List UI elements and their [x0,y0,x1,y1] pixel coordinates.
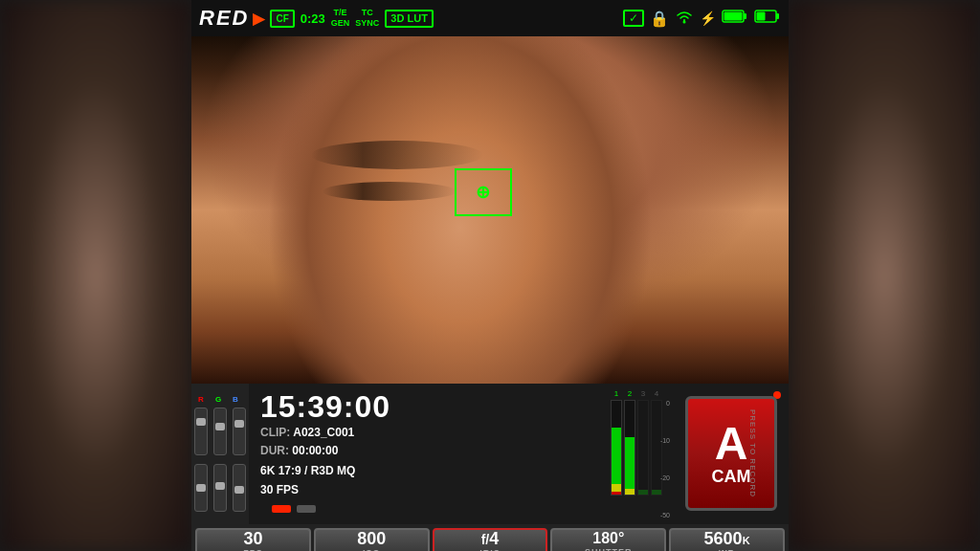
check-icon: ✓ [623,10,644,27]
bg-right [789,0,980,551]
scale-20: -20 [651,474,670,481]
knob-labels: R G B [194,395,246,455]
track-4-label: 4 [651,389,662,398]
eyebrow-shadow [311,141,483,169]
tc-sync-group: TC SYNC [355,8,379,29]
status-bar: RED ▶ CF 0:23 T/E GEN TC SYNC 3D LUT ✓ 🔒 [191,0,789,36]
svg-rect-5 [776,13,779,19]
scale-10: -10 [651,437,670,444]
dur-value: 00:00:00 [292,444,338,457]
battery-full-icon [722,9,748,28]
meter-bar-3 [637,400,649,496]
bottom-buttons: 30 FPS 800 ISO f/ 4 IRIS 180° SHUTTER [191,524,789,551]
indicator-gray [297,505,316,513]
format-value: 6K 17:9 / R3D MQ [260,464,355,477]
g-label: G [212,395,225,404]
knob-row-bottom-group [194,464,246,512]
brand-arrow: ▶ [253,10,264,28]
lock-icon: 🔒 [650,10,669,28]
fps-value-display: 30 [243,530,262,547]
battery-half-icon [754,9,781,28]
knob-row-top [194,408,246,455]
indicator-red [272,505,291,513]
clip-value: A023_C001 [293,426,354,439]
g-knob-bottom[interactable] [213,464,227,512]
format-info: 6K 17:9 / R3D MQ 30 FPS [260,462,595,498]
iso-button[interactable]: 800 ISO [314,528,430,551]
track-3-label: 3 [637,389,649,398]
record-btn-letter: A [715,421,748,467]
info-panel: R G B [191,384,789,551]
knobs-panel: R G B [191,384,249,524]
shutter-button[interactable]: 180° SHUTTER [550,528,666,551]
iso-value-display: 800 [357,530,386,547]
lut-badge: 3D LUT [385,10,434,28]
brand-logo: RED ▶ [199,6,264,31]
timecode-display: 15:39:00 [260,391,595,422]
charging-icon: ⚡ [700,11,716,26]
track-2-label: 2 [624,389,635,398]
indicator-row [260,501,595,517]
track-1-label: 1 [611,389,622,398]
timer-badge: 0:23 [301,11,325,26]
crosshair-icon: ⊕ [476,182,490,203]
meter-bar-1 [611,400,622,496]
wifi-icon [675,10,694,28]
timecode-area: 15:39:00 CLIP: A023_C001 DUR: 00:00:00 6… [249,384,607,524]
press-to-record-label: PRESS TO RECORD [747,409,756,497]
b-knob-top[interactable] [233,408,246,455]
scale-50: -50 [651,512,670,518]
meter-bar-2 [624,400,635,496]
clip-info: CLIP: A023_C001 DUR: 00:00:00 [260,424,595,460]
fps-button[interactable]: 30 FPS [195,528,311,551]
scale-0: 0 [651,400,670,407]
meter-area: 1 2 3 4 [607,384,674,524]
fps-value: 30 FPS [260,483,299,496]
record-area: A CAM PRESS TO RECORD [674,384,789,524]
svg-rect-3 [724,12,743,21]
svg-rect-2 [744,13,746,19]
bg-left [0,0,191,551]
iris-f-display: f/ [481,533,490,546]
b-knob-bottom[interactable] [233,464,246,512]
r-knob-bottom[interactable] [194,464,208,512]
clip-label: CLIP: [260,426,290,439]
meter-scale: 0 -10 -20 -50 [651,400,670,518]
knob-row-bottom [194,464,246,512]
wb-button[interactable]: 5600 K WB [669,528,785,551]
iris-value-display: 4 [489,530,499,547]
info-main: R G B [191,384,789,524]
monitor: RED ▶ CF 0:23 T/E GEN TC SYNC 3D LUT ✓ 🔒 [191,0,789,551]
meter-tracks: 0 -10 -20 -50 [611,400,670,518]
record-btn-cam: CAM [712,467,751,487]
svg-rect-6 [757,12,766,21]
r-label: R [194,395,208,404]
brand-name: RED [199,6,249,31]
svg-point-0 [683,20,686,23]
meter-track-labels: 1 2 3 4 [611,389,670,398]
knob-label-row: R G B [194,395,246,404]
dur-label: DUR: [260,444,289,457]
b-label: B [229,395,242,404]
record-button[interactable]: A CAM [685,396,777,511]
r-knob-top[interactable] [194,408,208,455]
shutter-label-display: SHUTTER [585,547,633,551]
te-gen-group: T/E GEN [331,8,350,29]
iris-button[interactable]: f/ 4 IRIS [433,528,548,551]
wb-value-display: 5600 [704,530,743,547]
cf-badge: CF [270,10,294,28]
focus-box: ⊕ [455,168,512,216]
status-icons: ✓ 🔒 ⚡ [623,9,781,28]
g-knob-top[interactable] [213,408,227,455]
viewfinder: ⊕ [191,36,789,384]
shutter-value-display: 180° [592,531,624,546]
wb-k-display: K [743,535,750,546]
